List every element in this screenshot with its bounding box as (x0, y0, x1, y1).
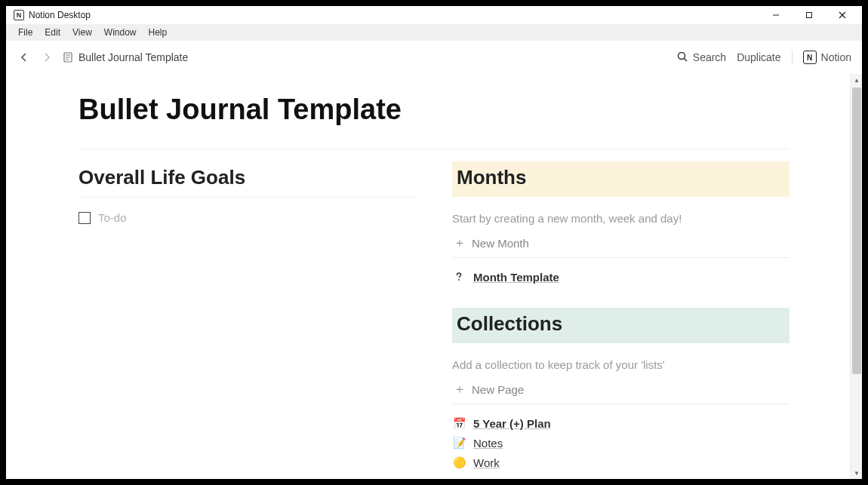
collection-item-notes[interactable]: 📝 Notes (452, 433, 790, 453)
months-hint: Start by creating a new month, week and … (452, 212, 790, 225)
calendar-icon: 📅 (452, 416, 466, 430)
collection-item-label: Notes (473, 437, 503, 450)
dot-icon: 🟡 (452, 456, 466, 469)
svg-point-8 (678, 52, 685, 59)
collections-hint: Add a collection to keep track of your '… (452, 358, 790, 371)
notion-link[interactable]: N Notion (803, 51, 851, 64)
titlebar: N Notion Desktop (6, 6, 862, 24)
nav-forward-button[interactable] (39, 50, 54, 65)
breadcrumb[interactable]: Bullet Journal Template (62, 51, 188, 63)
todo-checkbox[interactable] (78, 212, 91, 224)
goals-heading[interactable]: Overall Life Goals (78, 161, 416, 198)
months-heading[interactable]: Months (452, 161, 790, 197)
app-window: N Notion Desktop File Edit View Window (6, 6, 862, 479)
menu-window[interactable]: Window (98, 26, 143, 39)
menu-help[interactable]: Help (143, 26, 174, 39)
nav-back-button[interactable] (17, 50, 32, 65)
divider (792, 51, 793, 64)
vertical-scrollbar[interactable]: ▲ ▼ (850, 74, 862, 479)
todo-placeholder: To-do (98, 211, 127, 224)
notes-icon: 📝 (452, 436, 466, 450)
new-month-button[interactable]: ＋ New Month (452, 229, 790, 258)
notion-icon: N (803, 51, 817, 64)
search-label: Search (693, 51, 726, 63)
question-icon (452, 270, 466, 284)
page-title[interactable]: Bullet Journal Template (78, 80, 790, 149)
todo-item[interactable]: To-do (78, 208, 416, 227)
topnav: Bullet Journal Template Search Duplicate… (6, 41, 862, 74)
svg-line-9 (684, 58, 687, 61)
scrollbar-thumb[interactable] (852, 87, 861, 374)
collection-item-label: 5 Year (+) Plan (473, 417, 551, 430)
notion-label: Notion (821, 51, 851, 63)
search-button[interactable]: Search (676, 51, 726, 65)
scrollbar-up-button[interactable]: ▲ (851, 74, 862, 86)
duplicate-label: Duplicate (737, 51, 780, 63)
new-month-label: New Month (472, 237, 529, 250)
duplicate-button[interactable]: Duplicate (737, 51, 780, 63)
menu-view[interactable]: View (66, 26, 98, 39)
page-icon (62, 51, 74, 63)
content-scroll-area: Bullet Journal Template Overall Life Goa… (6, 74, 862, 479)
menu-edit[interactable]: Edit (38, 26, 66, 39)
new-page-label: New Page (472, 383, 524, 396)
menu-file[interactable]: File (12, 26, 38, 39)
left-column: Overall Life Goals To-do (78, 161, 416, 472)
collection-item-work[interactable]: 🟡 Work (452, 453, 790, 472)
month-template-link[interactable]: Month Template (452, 267, 790, 287)
collection-item-label: Work (473, 456, 500, 469)
svg-rect-1 (807, 13, 812, 18)
menubar: File Edit View Window Help (6, 24, 862, 41)
collection-item-plan[interactable]: 📅 5 Year (+) Plan (452, 413, 790, 433)
search-icon (676, 51, 688, 65)
month-template-label: Month Template (473, 271, 559, 284)
window-minimize-button[interactable] (759, 6, 793, 24)
collections-heading[interactable]: Collections (452, 308, 790, 343)
new-page-button[interactable]: ＋ New Page (452, 376, 790, 404)
plus-icon: ＋ (454, 382, 466, 398)
right-column: Months Start by creating a new month, we… (452, 161, 790, 472)
breadcrumb-label: Bullet Journal Template (78, 51, 188, 63)
window-title: Notion Desktop (29, 10, 91, 20)
app-icon: N (14, 10, 24, 20)
scrollbar-down-button[interactable]: ▼ (851, 467, 862, 479)
window-close-button[interactable] (826, 6, 859, 24)
window-maximize-button[interactable] (793, 6, 826, 24)
svg-point-10 (458, 279, 460, 281)
plus-icon: ＋ (454, 235, 466, 251)
